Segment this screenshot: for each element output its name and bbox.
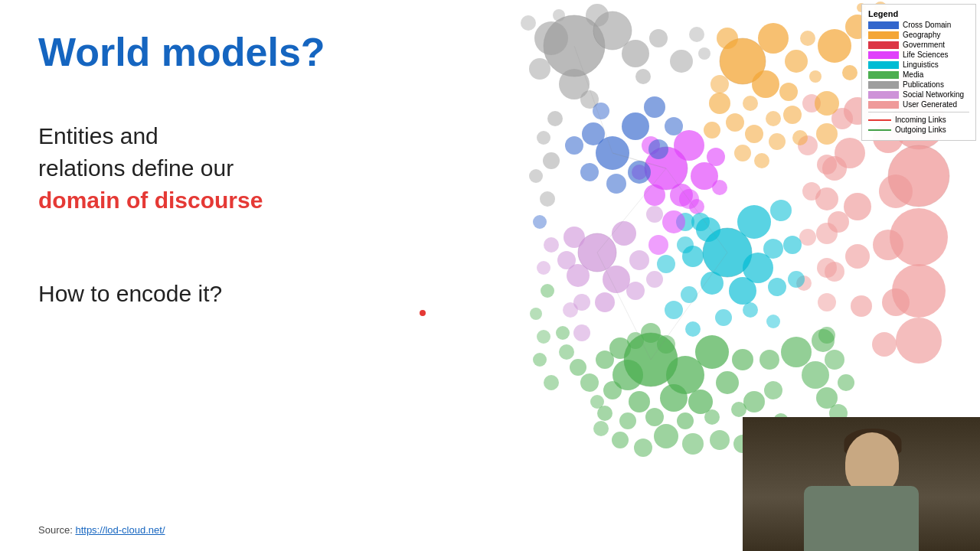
svg-point-155 (537, 131, 550, 145)
svg-point-134 (612, 221, 636, 246)
svg-point-101 (677, 412, 694, 429)
legend-color-government (868, 41, 899, 49)
svg-point-153 (593, 103, 609, 119)
source-link[interactable]: https://lod-cloud.net/ (75, 524, 165, 536)
svg-point-164 (537, 330, 550, 344)
legend-color-cross-domain (868, 21, 899, 29)
svg-point-147 (648, 139, 668, 159)
legend-color-publications (868, 81, 899, 89)
legend: Legend Cross Domain Geography Government… (861, 4, 976, 141)
svg-point-75 (701, 272, 724, 295)
svg-point-157 (529, 169, 543, 183)
legend-label-user-generated: User Generated (903, 100, 957, 109)
svg-point-142 (646, 271, 663, 288)
svg-point-179 (679, 189, 699, 209)
legend-label-life-sciences: Life Sciences (903, 51, 948, 59)
legend-label-linguistics: Linguistics (903, 60, 939, 69)
svg-point-182 (677, 236, 694, 253)
svg-point-24 (809, 70, 822, 83)
svg-point-14 (553, 9, 565, 21)
svg-point-78 (768, 278, 786, 296)
svg-point-84 (665, 301, 683, 319)
svg-point-197 (559, 344, 574, 360)
svg-point-97 (732, 349, 753, 370)
svg-point-64 (644, 184, 665, 206)
svg-point-106 (760, 350, 779, 370)
svg-point-99 (603, 381, 622, 399)
svg-point-48 (844, 193, 871, 220)
svg-point-136 (595, 292, 615, 312)
svg-point-115 (710, 430, 730, 450)
svg-point-10 (529, 58, 550, 80)
svg-point-169 (704, 122, 720, 139)
svg-point-16 (758, 23, 789, 54)
svg-point-100 (645, 408, 664, 426)
svg-point-198 (570, 359, 586, 376)
legend-item-outgoing: Outgoing Links (868, 126, 969, 134)
svg-point-138 (629, 250, 649, 270)
svg-point-119 (612, 432, 629, 448)
person-body (804, 486, 919, 551)
svg-point-172 (754, 153, 769, 168)
legend-color-linguistics (868, 61, 899, 69)
svg-point-20 (779, 83, 798, 101)
svg-point-206 (818, 293, 836, 311)
svg-point-196 (556, 326, 570, 340)
svg-point-151 (665, 117, 683, 135)
legend-label-government: Government (903, 41, 945, 49)
source-attribution: Source: https://lod-cloud.net/ (38, 524, 165, 536)
svg-point-175 (766, 111, 781, 126)
svg-point-82 (783, 236, 802, 254)
svg-point-204 (816, 223, 838, 244)
svg-point-166 (544, 375, 559, 390)
svg-point-18 (785, 50, 808, 73)
body-line2: relations define our (38, 155, 234, 181)
svg-point-71 (737, 205, 771, 239)
svg-point-148 (606, 174, 626, 194)
svg-point-160 (544, 237, 559, 253)
svg-point-93 (660, 384, 688, 412)
svg-point-130 (838, 374, 854, 391)
legend-title: Legend (868, 9, 969, 18)
svg-point-152 (565, 136, 583, 155)
svg-point-174 (783, 106, 802, 124)
svg-point-195 (563, 302, 578, 318)
svg-point-7 (670, 50, 693, 73)
svg-point-104 (596, 350, 614, 369)
svg-point-180 (646, 206, 663, 223)
svg-point-19 (717, 28, 738, 49)
svg-point-95 (716, 371, 739, 394)
svg-point-49 (845, 244, 870, 269)
svg-point-83 (788, 271, 805, 288)
svg-point-171 (734, 145, 751, 161)
legend-item-geography: Geography (868, 31, 969, 39)
svg-point-159 (533, 215, 547, 229)
legend-line-outgoing (868, 129, 891, 131)
legend-item-publications: Publications (868, 80, 969, 89)
svg-point-118 (634, 439, 652, 457)
svg-point-112 (590, 395, 604, 409)
visualization-area: Legend Cross Domain Geography Government… (398, 0, 980, 551)
legend-label-media: Media (903, 70, 923, 79)
legend-item-social: Social Networking (868, 90, 969, 99)
svg-point-42 (879, 174, 913, 208)
svg-point-88 (766, 315, 780, 328)
svg-point-22 (800, 31, 815, 46)
svg-point-87 (743, 302, 758, 318)
svg-point-144 (622, 112, 649, 140)
svg-point-133 (603, 266, 630, 293)
svg-point-77 (763, 239, 783, 259)
slide-title: World models? (38, 31, 398, 74)
legend-color-geography (868, 31, 899, 39)
svg-point-125 (802, 361, 829, 389)
svg-point-202 (817, 155, 837, 174)
svg-point-154 (547, 111, 563, 126)
legend-divider (868, 112, 969, 112)
svg-point-163 (530, 308, 542, 320)
svg-point-203 (815, 187, 838, 210)
legend-item-linguistics: Linguistics (868, 60, 969, 69)
svg-point-161 (537, 261, 550, 275)
svg-point-168 (726, 113, 744, 132)
svg-point-29 (842, 65, 858, 80)
svg-point-102 (704, 409, 720, 425)
